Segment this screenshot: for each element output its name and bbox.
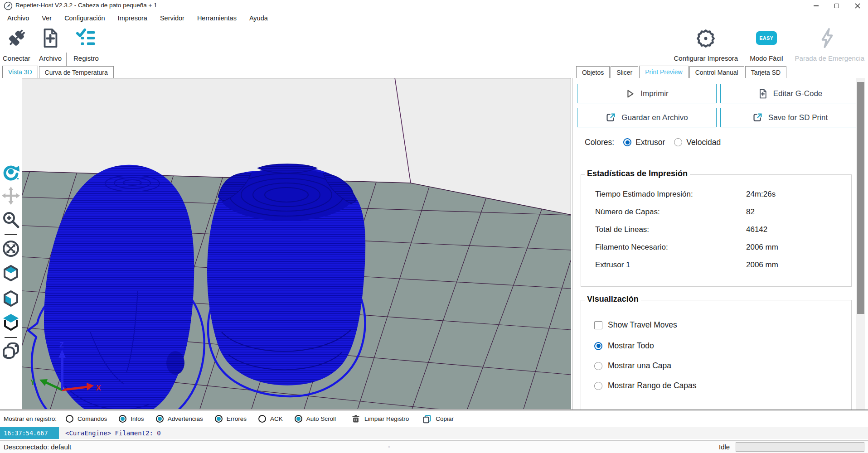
tab-slicer[interactable]: Slicer	[611, 66, 638, 78]
connection-status: Desconectado: default	[4, 443, 71, 451]
stat-row: Total de Lineas: 46142	[595, 225, 840, 234]
save-sd-button[interactable]: Save for SD Print	[720, 108, 860, 127]
toggle-advertencias[interactable]: Advertencias	[156, 415, 203, 423]
radio-velocidad[interactable]	[674, 138, 682, 146]
toggle-circle[interactable]	[156, 415, 164, 423]
toggle-circle[interactable]	[66, 415, 73, 423]
printed-model-duck-body[interactable]	[207, 164, 365, 386]
radio-mostrar-una-capa[interactable]	[594, 362, 602, 370]
gear-icon	[695, 28, 716, 48]
log-toggle-button[interactable]: Registro	[73, 26, 99, 63]
cube-front-icon	[2, 289, 20, 307]
main-area: Z X Y Imprimir Editar G-Code Guardar en …	[0, 78, 868, 410]
color-option-extrusor[interactable]: Extrusor	[623, 138, 665, 147]
emergency-stop-button[interactable]: Parada de Emergencia	[795, 26, 864, 63]
toggle-circle[interactable]	[258, 415, 266, 423]
app-logo-icon	[4, 1, 13, 10]
view-tool-strip	[0, 78, 22, 410]
tab-control-manual[interactable]: Control Manual	[689, 66, 744, 78]
easy-mode-button[interactable]: EASY Modo Fácil	[750, 26, 783, 63]
menu-configuracion[interactable]: Configuración	[58, 12, 111, 24]
checkbox-show-travel-moves[interactable]	[594, 321, 602, 329]
edit-gcode-button[interactable]: Editar G-Code	[720, 84, 860, 103]
toggle-errores[interactable]: Errores	[215, 415, 247, 423]
isometric-view-tool[interactable]	[2, 264, 20, 283]
fit-view-tool[interactable]	[2, 240, 20, 259]
file-open-button[interactable]: Archivo	[39, 26, 62, 63]
viewport-3d[interactable]: Z X Y	[22, 78, 571, 410]
menu-herramientas[interactable]: Herramientas	[191, 12, 243, 24]
toggle-circle[interactable]	[295, 415, 302, 423]
menu-servidor[interactable]: Servidor	[154, 12, 191, 24]
rotate-view-tool[interactable]	[2, 164, 20, 183]
option-mostrar-todo[interactable]: Mostrar Todo	[594, 341, 654, 351]
stat-row: Extrusor 1 2006 mm	[595, 260, 840, 270]
tab-objetos[interactable]: Objetos	[576, 66, 610, 78]
maximize-button[interactable]	[826, 0, 847, 12]
log-filter-label: Mostrar en registro:	[4, 415, 57, 422]
easy-badge: EASY	[756, 31, 777, 45]
stat-row: Número de Capas: 82	[595, 207, 840, 217]
log-output[interactable]: 16:37:54.667 <CuraEngine> Filament2: 0	[0, 427, 868, 439]
zoom-view-tool[interactable]	[2, 211, 20, 230]
option-mostrar-rango[interactable]: Mostrar Rango de Capas	[594, 381, 697, 390]
tab-tarjeta-sd[interactable]: Tarjeta SD	[745, 66, 786, 78]
tab-vista-3d[interactable]: Vista 3D	[2, 66, 38, 78]
clear-log-button[interactable]: Limpiar Registro	[351, 414, 409, 424]
radio-mostrar-rango[interactable]	[594, 382, 602, 390]
copy-log-button[interactable]: Copiar	[422, 414, 454, 424]
toggle-circle[interactable]	[119, 415, 126, 423]
print-label: Imprimir	[640, 89, 668, 98]
emergency-stop-label: Parada de Emergencia	[795, 54, 864, 63]
view-tabs: Vista 3D Curva de Temperatura	[2, 66, 115, 78]
axis-y-label: Y	[30, 379, 35, 386]
tab-print-preview[interactable]: Print Preview	[639, 66, 688, 78]
menu-impresora[interactable]: Impresora	[112, 12, 154, 24]
file-plus-icon	[40, 28, 61, 48]
panel-scrollbar[interactable]	[856, 78, 865, 410]
save-file-label: Guardar en Archivo	[621, 113, 688, 122]
toggle-auto-scroll[interactable]: Auto Scroll	[295, 415, 336, 423]
toggle-circle[interactable]	[215, 415, 223, 423]
window-title: Repetier-Host V2.3.2 - Cabeza de pato pe…	[15, 2, 157, 9]
export-icon	[606, 112, 616, 123]
menu-archivo[interactable]: Archivo	[1, 12, 35, 24]
scrollbar-thumb[interactable]	[857, 82, 864, 314]
save-sd-label: Save for SD Print	[768, 113, 828, 122]
printer-settings-button[interactable]: Configurar Impresora	[674, 26, 738, 63]
toggle-comandos[interactable]: Comandos	[66, 415, 107, 423]
export-icon	[752, 112, 763, 123]
visualization-groupbox: Visualización Show Travel Moves Mostrar …	[581, 300, 852, 410]
cube-top-icon	[2, 313, 20, 331]
color-option-velocidad[interactable]: Velocidad	[674, 138, 721, 147]
stat-row: Filamento Necesario: 2006 mm	[595, 243, 840, 252]
repetier-host-window: Repetier-Host V2.3.2 - Cabeza de pato pe…	[0, 0, 868, 453]
axis-x-label: X	[96, 384, 101, 392]
save-file-button[interactable]: Guardar en Archivo	[577, 108, 717, 127]
print-preview-scene: Z X Y	[22, 78, 571, 409]
print-button[interactable]: Imprimir	[577, 84, 717, 103]
menu-ayuda[interactable]: Ayuda	[243, 12, 274, 24]
menu-ver[interactable]: Ver	[35, 12, 58, 24]
title-bar: Repetier-Host V2.3.2 - Cabeza de pato pe…	[0, 0, 868, 12]
show-edges-tool[interactable]	[2, 342, 20, 361]
cube-iso-icon	[2, 264, 20, 282]
log-toggle-label: Registro	[73, 54, 99, 63]
option-show-travel-moves[interactable]: Show Travel Moves	[594, 320, 677, 330]
tab-curva-temperatura[interactable]: Curva de Temperatura	[39, 66, 114, 78]
minimize-button[interactable]	[805, 0, 826, 12]
toggle-ack[interactable]: ACK	[258, 415, 283, 423]
top-view-tool[interactable]	[2, 313, 20, 332]
move-view-tool[interactable]	[2, 187, 20, 206]
option-mostrar-una-capa[interactable]: Mostrar una Capa	[594, 361, 671, 371]
file-open-label: Archivo	[39, 54, 62, 63]
toggle-infos[interactable]: Infos	[119, 415, 144, 423]
close-button[interactable]	[847, 0, 868, 12]
panel-tabs: Objetos Slicer Print Preview Control Man…	[576, 66, 787, 78]
connect-button[interactable]: Conectar	[3, 26, 30, 63]
radio-extrusor[interactable]	[623, 138, 631, 146]
front-view-tool[interactable]	[2, 289, 20, 308]
radio-mostrar-todo[interactable]	[594, 342, 602, 350]
file-plus-icon	[758, 89, 768, 99]
toolbar: Conectar Archivo Registro Configurar Imp…	[0, 24, 868, 64]
